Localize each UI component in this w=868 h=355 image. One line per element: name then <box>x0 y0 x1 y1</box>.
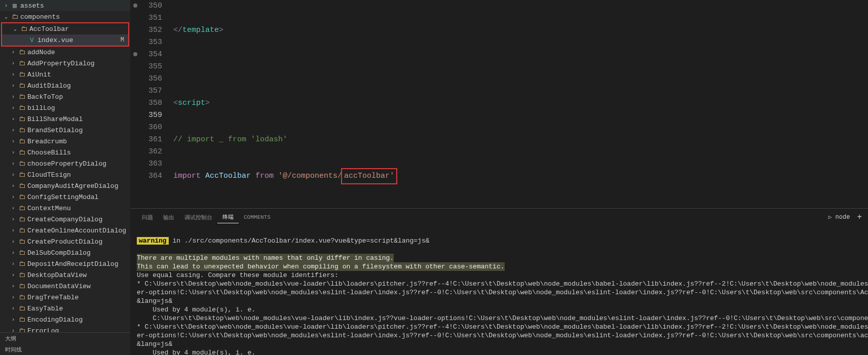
folder-createonlineaccountdialog[interactable]: ›🗀CreateOnlineAccountDialog <box>0 225 130 236</box>
chevron-right-icon: › <box>9 83 17 89</box>
folder-label: DocumentDataView <box>27 283 130 290</box>
chevron-right-icon: › <box>9 139 17 144</box>
folder-configsettingmodal[interactable]: ›🗀ConfigSettingModal <box>0 191 130 203</box>
folder-label: DragTreeTable <box>27 294 130 301</box>
outline-section[interactable]: 大纲 <box>0 333 130 344</box>
folder-errorlog[interactable]: ›🗀ErrorLog <box>0 325 130 332</box>
folder-billlog[interactable]: ›🗀billLog <box>0 102 130 113</box>
terminal-line: * C:\Users\t\Desktop\web\node_modules\vu… <box>137 280 868 288</box>
folder-cloudtesign[interactable]: ›🗀CloudTEsign <box>0 169 130 180</box>
folder-icon: 🗀 <box>17 171 26 179</box>
folder-aiunit[interactable]: ›🗀AiUnit <box>0 69 130 80</box>
folder-label: CompanyAuditAgreeDialog <box>27 182 130 190</box>
terminal-line: er-options!C:\Users\t\Desktop\web\node_m… <box>137 332 868 339</box>
folder-delsubcompdialog[interactable]: ›🗀DelSubCompDialog <box>0 247 130 258</box>
folder-label: BackToTop <box>27 93 130 101</box>
folder-icon: 🗀 <box>17 249 26 257</box>
folder-label: ContextMenu <box>27 205 130 212</box>
tab-terminal[interactable]: 终端 <box>217 211 239 223</box>
tab-debug-console[interactable]: 调试控制台 <box>179 212 217 223</box>
folder-icon: 🗀 <box>17 182 26 190</box>
highlight-box-acctoolbar: ⌄ 🗀 AccToolbar V index.vue M <box>1 22 129 47</box>
terminal-line: * C:\Users\t\Desktop\web\node_modules\vu… <box>137 323 868 331</box>
folder-acctoolbar[interactable]: ⌄ 🗀 AccToolbar <box>2 23 128 34</box>
file-explorer-sidebar: › ▦ assets ⌄ 🗀 components ⌄ 🗀 AccToolbar… <box>0 0 131 355</box>
folder-desktopdataview[interactable]: ›🗀DesktopDataView <box>0 269 130 281</box>
folder-createproductdialog[interactable]: ›🗀CreateProductDialog <box>0 236 130 247</box>
line-gutter: 350 351 352 353 354 355 356 357 358 359 … <box>140 0 171 208</box>
chevron-right-icon: › <box>9 250 17 256</box>
folder-label: billLog <box>27 104 130 112</box>
folder-icon: 🗀 <box>17 115 26 123</box>
chevron-right-icon: › <box>9 317 17 323</box>
timeline-label: 时间线 <box>5 346 22 353</box>
folder-addnode[interactable]: ›🗀addNode <box>0 47 130 58</box>
folder-documentdataview[interactable]: ›🗀DocumentDataView <box>0 281 130 292</box>
folder-dragtreetable[interactable]: ›🗀DragTreeTable <box>0 292 130 303</box>
folder-label: addNode <box>27 49 130 56</box>
folder-icon: 🗀 <box>17 205 26 212</box>
terminal-output[interactable]: warning in ./src/components/AccToolbar/i… <box>131 226 868 355</box>
folder-addpropertydialog[interactable]: ›🗀AddPropertyDialog <box>0 58 130 69</box>
chevron-right-icon: › <box>9 72 17 77</box>
folder-label: components <box>20 13 130 21</box>
code-editor[interactable]: 350 351 352 353 354 355 356 357 358 359 … <box>131 0 868 208</box>
terminal-line: Used by 4 module(s), i. e. <box>137 306 255 313</box>
folder-label: CreateOnlineAccountDialog <box>27 227 130 234</box>
chevron-down-icon: ⌄ <box>2 14 10 20</box>
folder-choosepropertydialog[interactable]: ›🗀choosePropertyDialog <box>0 158 130 169</box>
terminal-line: Used by 4 module(s), i. e. <box>137 349 255 355</box>
folder-label: ErrorLog <box>27 327 130 333</box>
folder-depositandreceiptdialog[interactable]: ›🗀DepositAndReceiptDialog <box>0 258 130 269</box>
chevron-right-icon: › <box>9 116 17 122</box>
folder-icon: 🗀 <box>17 227 26 234</box>
chevron-right-icon: › <box>9 105 17 111</box>
folder-label: CreateCompanyDialog <box>27 216 130 223</box>
folder-createcompanydialog[interactable]: ›🗀CreateCompanyDialog <box>0 214 130 225</box>
folder-easytable[interactable]: ›🗀EasyTable <box>0 303 130 314</box>
folder-icon: 🗀 <box>17 149 26 156</box>
tab-comments[interactable]: COMMENTS <box>239 212 276 222</box>
folder-icon: 🗀 <box>17 271 26 279</box>
chevron-right-icon: › <box>9 228 17 233</box>
folder-open-icon: 🗀 <box>10 13 19 21</box>
terminal-line: in ./src/components/AccToolbar/index.vue… <box>169 237 430 245</box>
chevron-right-icon: › <box>9 61 17 66</box>
folder-icon: 🗀 <box>17 305 26 312</box>
folder-choosebills[interactable]: ›🗀ChooseBills <box>0 147 130 158</box>
tab-problems[interactable]: 问题 <box>137 212 158 223</box>
add-terminal-button[interactable]: + <box>857 213 862 222</box>
folder-billsharemodal[interactable]: ›🗀BillShareModal <box>0 113 130 125</box>
dirty-indicator-icon <box>133 52 137 56</box>
chevron-right-icon: › <box>9 150 17 155</box>
folder-breadcrumb[interactable]: ›🗀Breadcrumb <box>0 136 130 147</box>
folder-brandsetdialog[interactable]: ›🗀BrandSetDialog <box>0 125 130 136</box>
chevron-right-icon: › <box>9 306 17 311</box>
outline-label: 大纲 <box>5 335 16 342</box>
tab-output[interactable]: 输出 <box>158 212 179 223</box>
terminal-shell-selector[interactable]: ▷ node <box>828 214 850 221</box>
folder-backtotop[interactable]: ›🗀BackToTop <box>0 91 130 102</box>
code-content[interactable]: </template> <script> // import _ from 'l… <box>171 0 868 208</box>
folder-auditdialog[interactable]: ›🗀AuditDialog <box>0 80 130 91</box>
folder-components[interactable]: ⌄ 🗀 components <box>0 11 130 22</box>
chevron-right-icon: › <box>9 328 17 333</box>
folder-label: AccToolbar <box>29 25 128 33</box>
folder-companyauditagreedialog[interactable]: ›🗀CompanyAuditAgreeDialog <box>0 180 130 191</box>
folder-contextmenu[interactable]: ›🗀ContextMenu <box>0 203 130 214</box>
chevron-right-icon: › <box>2 3 10 9</box>
terminal-line: This can lead to unexpected behavior whe… <box>137 262 505 271</box>
folder-open-icon: 🗀 <box>19 25 28 33</box>
chevron-right-icon: › <box>9 272 17 278</box>
folder-icon: 🗀 <box>17 327 26 333</box>
folder-encodingdialog[interactable]: ›🗀EncodingDialog <box>0 314 130 325</box>
chevron-right-icon: › <box>9 295 17 300</box>
terminal-line: &lang=js& <box>137 297 172 305</box>
file-index-vue[interactable]: V index.vue M <box>2 34 128 46</box>
folder-icon: 🗀 <box>17 138 26 145</box>
folder-label: AuditDialog <box>27 82 130 90</box>
folder-assets[interactable]: › ▦ assets <box>0 0 130 11</box>
terminal-line: C:\Users\t\Desktop\web\node_modules\vue-… <box>137 314 868 322</box>
timeline-section[interactable]: 时间线 <box>0 344 130 355</box>
terminal-line: Use equal casing. Compare these module i… <box>137 271 338 279</box>
